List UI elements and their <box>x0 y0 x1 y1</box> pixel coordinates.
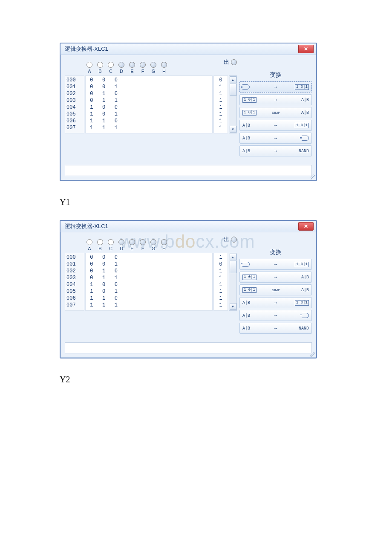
input-D[interactable]: D <box>118 62 125 74</box>
caption-y2: Y2 <box>60 375 332 384</box>
gate-icon <box>302 136 309 141</box>
input-D[interactable]: D <box>118 239 125 251</box>
close-icon: ✕ <box>304 224 308 229</box>
input-F[interactable]: F <box>139 62 146 74</box>
btn-gate-to-truth[interactable]: → 1 0|1 <box>239 81 312 92</box>
conversion-panel: 变换 → 1 0|1 1 0|1 → A|B 1 0|1 SIMP A|B <box>239 58 312 158</box>
scrollbar[interactable]: ▲ ▼ <box>229 253 237 311</box>
truth-values: 0 0 0 0 0 1 0 1 0 0 1 1 1 0 0 1 0 1 1 1 … <box>85 75 213 133</box>
output-column: 0111 1111 <box>213 75 228 133</box>
input-A[interactable]: A <box>86 62 93 74</box>
input-A[interactable]: A <box>86 239 93 251</box>
window-title: 逻辑变换器-XLC1 <box>65 45 108 53</box>
input-B[interactable]: B <box>97 62 104 74</box>
gate-icon <box>242 84 250 90</box>
titlebar: 逻辑变换器-XLC1 ✕ <box>61 43 316 55</box>
btn-expr-to-nand[interactable]: A|B → NAND <box>239 323 312 334</box>
input-E[interactable]: E <box>129 239 135 251</box>
resize-grip-icon[interactable] <box>310 352 315 357</box>
truthtable-icon: 1 0|1 <box>295 84 309 90</box>
btn-expr-to-nand[interactable]: A|B → NAND <box>239 145 312 156</box>
scroll-thumb[interactable] <box>230 261 236 273</box>
btn-expr-to-truth[interactable]: A|B → 1 0|1 <box>239 297 312 308</box>
logic-converter-window-2: www.bdocx.com 逻辑变换器-XLC1 ✕ A B C D E F G… <box>60 220 317 358</box>
output-lamp-icon <box>231 237 237 243</box>
input-F[interactable]: F <box>139 239 146 251</box>
input-terminals: A B C D E F G H 出 <box>65 58 237 74</box>
btn-expr-to-gate[interactable]: A|B → <box>239 310 312 321</box>
btn-expr-to-truth[interactable]: A|B → 1 0|1 <box>239 120 312 131</box>
input-H[interactable]: H <box>161 62 167 74</box>
conversion-panel: 变换 → 1 0|1 1 0|1 → A|B 1 0|1 SIMP A|B <box>239 236 312 335</box>
titlebar: 逻辑变换器-XLC1 ✕ <box>61 221 316 232</box>
conversion-label: 变换 <box>239 249 312 256</box>
scroll-down-icon[interactable]: ▼ <box>230 303 236 310</box>
truth-table: 000001002003 004005006007 0 0 0 0 0 1 0 … <box>65 253 237 311</box>
close-button[interactable]: ✕ <box>298 45 314 53</box>
input-H[interactable]: H <box>161 239 167 251</box>
expression-input[interactable] <box>65 342 312 353</box>
btn-truth-to-expr[interactable]: 1 0|1 → A|B <box>239 272 312 283</box>
caption-y1: Y1 <box>60 197 332 207</box>
window-title: 逻辑变换器-XLC1 <box>65 223 108 230</box>
scroll-up-icon[interactable]: ▲ <box>230 254 236 260</box>
resize-grip-icon[interactable] <box>310 174 315 179</box>
btn-expr-to-gate[interactable]: A|B → <box>239 133 312 144</box>
gate-icon <box>242 262 250 267</box>
scroll-up-icon[interactable]: ▲ <box>230 76 236 83</box>
scroll-thumb[interactable] <box>230 84 236 96</box>
output-terminal: 出 <box>224 236 237 243</box>
truth-values: 0 0 0 0 0 1 0 1 0 0 1 1 1 0 0 1 0 1 1 1 … <box>85 253 213 311</box>
btn-truth-simp-expr[interactable]: 1 0|1 SIMP A|B <box>239 107 312 118</box>
arrow-icon: → <box>272 84 280 90</box>
output-column: 1011 1111 <box>213 253 228 311</box>
output-terminal: 出 <box>224 58 237 66</box>
input-B[interactable]: B <box>97 239 104 251</box>
input-C[interactable]: C <box>107 62 114 74</box>
index-column: 000001002003 004005006007 <box>65 253 84 311</box>
output-lamp-icon <box>231 59 237 65</box>
scrollbar[interactable]: ▲ ▼ <box>229 75 237 133</box>
close-icon: ✕ <box>304 46 308 52</box>
truth-table: 000001002003 004005006007 0 0 0 0 0 1 0 … <box>65 75 237 133</box>
conversion-label: 变换 <box>239 71 312 79</box>
input-G[interactable]: G <box>150 239 157 251</box>
btn-truth-to-expr[interactable]: 1 0|1 → A|B <box>239 94 312 105</box>
logic-converter-window-1: 逻辑变换器-XLC1 ✕ A B C D E F G H 出 <box>60 43 317 181</box>
scroll-down-icon[interactable]: ▼ <box>230 126 236 133</box>
close-button[interactable]: ✕ <box>298 222 314 231</box>
btn-truth-simp-expr[interactable]: 1 0|1 SIMP A|B <box>239 284 312 295</box>
input-G[interactable]: G <box>150 62 157 74</box>
gate-icon <box>302 313 309 318</box>
input-terminals: A B C D E F G H 出 <box>65 236 237 251</box>
expression-input[interactable] <box>65 165 312 176</box>
btn-gate-to-truth[interactable]: → 1 0|1 <box>239 259 312 270</box>
index-column: 000001002003 004005006007 <box>65 75 84 133</box>
input-E[interactable]: E <box>129 62 135 74</box>
input-C[interactable]: C <box>107 239 114 251</box>
